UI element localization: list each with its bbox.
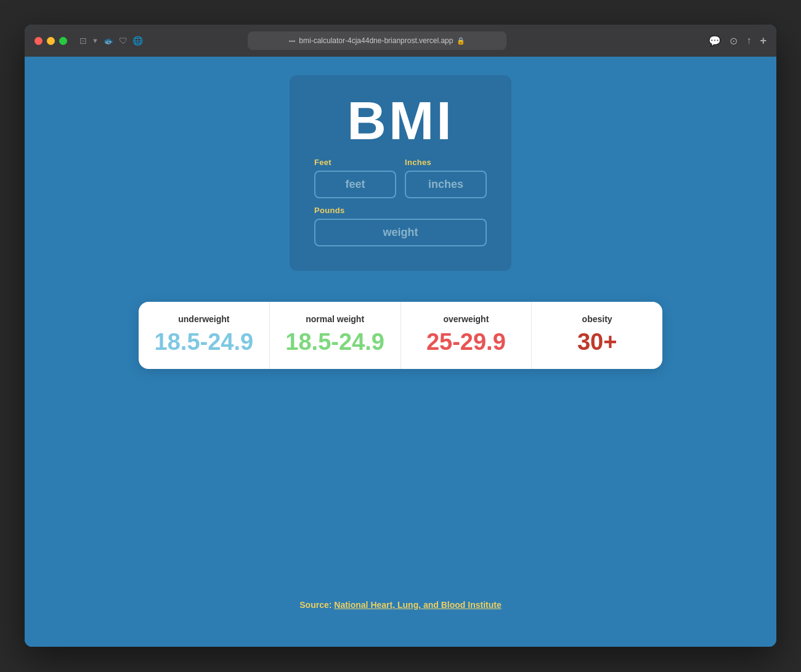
minimize-button[interactable] xyxy=(47,37,55,45)
obesity-range: 30+ xyxy=(577,329,617,355)
inches-input-group: Inches xyxy=(405,158,487,198)
normal-label: normal weight xyxy=(306,314,364,324)
globe-icon[interactable]: 🌐 xyxy=(132,36,143,46)
obesity-label: obesity xyxy=(582,314,612,324)
bubble-icon[interactable]: 💬 xyxy=(709,35,721,47)
inches-label: Inches xyxy=(405,158,487,167)
share-icon[interactable]: ↑ xyxy=(746,35,751,46)
extensions-icon[interactable]: 🐟 xyxy=(104,36,114,46)
underweight-range: 18.5-24.9 xyxy=(155,329,254,355)
bmi-calculator-card: BMI Feet Inches Pounds xyxy=(290,75,511,271)
download-icon[interactable]: ⊙ xyxy=(730,35,738,47)
normal-range: 18.5-24.9 xyxy=(285,329,384,355)
category-underweight: underweight 18.5-24.9 xyxy=(139,302,270,369)
weight-input[interactable] xyxy=(314,219,487,246)
feet-input[interactable] xyxy=(314,171,396,198)
new-tab-icon[interactable]: + xyxy=(760,34,766,47)
source-text: Source: National Heart, Lung, and Blood … xyxy=(299,563,501,628)
browser-titlebar: ⊡ ▼ 🐟 🛡 🌐 ▪▪▪ bmi-calculator-4cja44dne-b… xyxy=(25,25,776,57)
feet-label: Feet xyxy=(314,158,396,167)
source-prefix: Source: xyxy=(299,600,334,610)
favicon-icon: ▪▪▪ xyxy=(289,38,296,44)
category-overweight: overweight 25-29.9 xyxy=(401,302,532,369)
height-input-row: Feet Inches xyxy=(314,158,487,198)
address-bar[interactable]: ▪▪▪ bmi-calculator-4cja44dne-brianprost.… xyxy=(248,31,506,50)
browser-right-controls: 💬 ⊙ ↑ + xyxy=(709,34,766,47)
category-obesity: obesity 30+ xyxy=(532,302,662,369)
browser-window: ⊡ ▼ 🐟 🛡 🌐 ▪▪▪ bmi-calculator-4cja44dne-b… xyxy=(25,25,776,647)
maximize-button[interactable] xyxy=(59,37,67,45)
source-link[interactable]: National Heart, Lung, and Blood Institut… xyxy=(334,600,501,610)
page-title: BMI xyxy=(347,94,453,148)
app-content: BMI Feet Inches Pounds underwe xyxy=(25,57,776,647)
lock-icon: 🔒 xyxy=(457,37,465,45)
inches-input[interactable] xyxy=(405,171,487,198)
overweight-label: overweight xyxy=(443,314,489,324)
traffic-lights xyxy=(35,37,67,45)
feet-input-group: Feet xyxy=(314,158,396,198)
close-button[interactable] xyxy=(35,37,43,45)
url-text: bmi-calculator-4cja44dne-brianprost.verc… xyxy=(299,36,453,45)
category-normal: normal weight 18.5-24.9 xyxy=(270,302,401,369)
chevron-down-icon[interactable]: ▼ xyxy=(92,37,99,44)
bmi-categories-panel: underweight 18.5-24.9 normal weight 18.5… xyxy=(139,302,662,369)
overweight-range: 25-29.9 xyxy=(426,329,506,355)
weight-input-group: Pounds xyxy=(314,206,487,246)
shield-icon[interactable]: 🛡 xyxy=(119,36,128,46)
browser-controls: ⊡ ▼ 🐟 🛡 🌐 xyxy=(79,36,143,46)
pounds-label: Pounds xyxy=(314,206,487,215)
sidebar-toggle-icon[interactable]: ⊡ xyxy=(79,36,87,46)
underweight-label: underweight xyxy=(178,314,229,324)
